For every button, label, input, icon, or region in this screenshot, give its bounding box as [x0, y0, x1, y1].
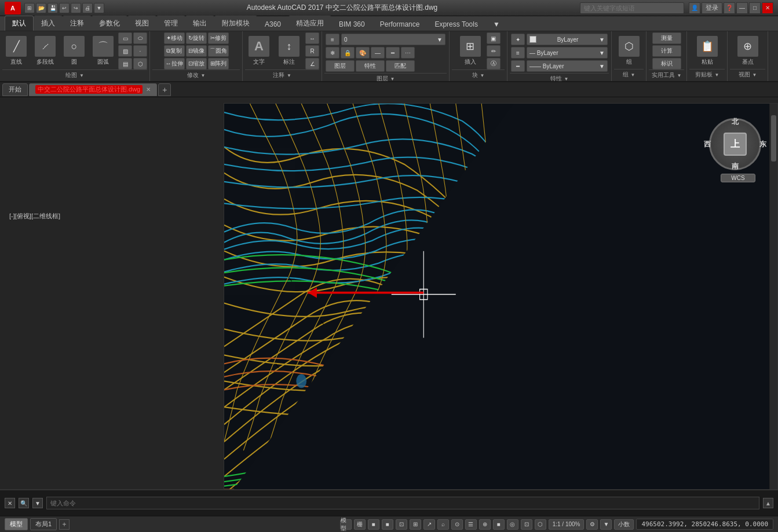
tab-addons[interactable]: 附加模块 — [214, 16, 257, 31]
btn-dimension[interactable]: ↕ 标注 — [275, 34, 303, 68]
btn-block-attdef[interactable]: Ⓐ — [487, 58, 501, 69]
btn-layer-freeze[interactable]: ❄ — [326, 47, 339, 58]
btn-block-edit[interactable]: ✏ — [487, 45, 501, 57]
tab-add-btn[interactable]: + — [158, 83, 171, 96]
btn-gradient[interactable]: ▤ — [118, 58, 132, 69]
btn-mirror[interactable]: ⊟镜像 — [186, 45, 207, 57]
btn-scale[interactable]: ⊡缩放 — [186, 58, 207, 69]
btn-prop-list[interactable]: ≡ — [511, 47, 525, 58]
status-polar-icon[interactable]: ⊡ — [396, 519, 407, 530]
group-group-label[interactable]: 组▼ — [614, 69, 644, 80]
login-btn[interactable]: 登录 — [702, 2, 722, 14]
command-input[interactable] — [46, 497, 759, 509]
group-clipboard-label[interactable]: 剪贴板▼ — [689, 69, 725, 80]
tab-default[interactable]: 默认 — [5, 16, 34, 31]
btn-trim[interactable]: ✂修剪 — [208, 32, 229, 44]
btn-point[interactable]: · — [133, 45, 147, 57]
group-utilities-label[interactable]: 实用工具▼ — [649, 69, 684, 80]
quick-access-save[interactable]: 💾 — [48, 3, 58, 13]
user-icon[interactable]: 👤 — [689, 2, 700, 14]
group-block-label[interactable]: 块▼ — [452, 69, 505, 80]
tab-express[interactable]: Express Tools — [427, 17, 485, 31]
tab-featured[interactable]: 精选应用 — [288, 16, 331, 31]
status-model-icon[interactable]: 模型 — [340, 519, 352, 530]
prop-linetype-dropdown[interactable]: — ByLayer▼ — [527, 47, 608, 58]
quick-access-undo[interactable]: ↩ — [59, 3, 70, 13]
btn-layer-lineweight[interactable]: ━ — [386, 47, 400, 58]
btn-id[interactable]: 标识 — [652, 58, 681, 69]
group-draw-label[interactable]: 绘图▼ — [2, 69, 147, 80]
btn-ellipse[interactable]: ⬭ — [133, 32, 147, 44]
quick-access-more[interactable]: ▼ — [94, 3, 104, 13]
cmd-search-btn[interactable]: 🔍 — [19, 498, 29, 508]
btn-stretch[interactable]: ↔拉伸 — [164, 58, 185, 69]
status-ws-icon[interactable]: ⊡ — [521, 519, 532, 530]
btn-rotate[interactable]: ↻旋转 — [186, 32, 207, 44]
btn-copy[interactable]: ⧉复制 — [164, 45, 185, 57]
group-modify-label[interactable]: 修改▼ — [152, 69, 240, 80]
btn-dim-radius[interactable]: R — [305, 45, 319, 57]
btn-paste[interactable]: 📋 粘贴 — [693, 34, 721, 68]
btn-quickcalc[interactable]: 计算 — [652, 45, 681, 57]
status-ortho-icon[interactable]: ■ — [382, 519, 393, 530]
btn-match-prop[interactable]: 图层 — [326, 60, 355, 72]
btn-block-create[interactable]: ▣ — [487, 32, 501, 44]
btn-group[interactable]: ⬡ 组 — [615, 34, 643, 68]
status-settings-icon[interactable]: ⚙ — [586, 519, 598, 530]
cmd-close-btn[interactable]: ✕ — [5, 498, 15, 508]
quick-access-redo[interactable]: ↪ — [71, 3, 81, 13]
tab-a360[interactable]: A360 — [257, 17, 288, 31]
cmd-expand-btn[interactable]: ▲ — [763, 498, 773, 508]
btn-layer-lock[interactable]: 🔒 — [341, 47, 355, 58]
btn-hatch[interactable]: ▨ — [118, 45, 132, 57]
status-scale-display[interactable]: 1:1 / 100% — [549, 519, 585, 530]
tab-manage[interactable]: 管理 — [156, 16, 185, 31]
quick-access-print[interactable]: 🖨 — [82, 3, 93, 13]
btn-array[interactable]: ⊞阵列 — [208, 58, 229, 69]
group-annotate-label[interactable]: 注释▼ — [245, 69, 319, 80]
group-properties-label[interactable]: 特性▼ — [510, 73, 609, 82]
tab-output[interactable]: 输出 — [185, 16, 214, 31]
btn-line[interactable]: ╱ 直线 — [2, 34, 30, 68]
status-sel-icon[interactable]: ■ — [493, 519, 505, 530]
tab-annotate[interactable]: 注释 — [63, 16, 92, 31]
btn-arc[interactable]: ⌒ 圆弧 — [89, 34, 117, 68]
btn-move[interactable]: ✦移动 — [164, 32, 185, 44]
help-btn[interactable]: ❓ — [724, 2, 735, 14]
search-input[interactable] — [580, 2, 684, 14]
btn-layer-isolate[interactable]: 特性 — [356, 60, 385, 72]
group-viewtools-label[interactable]: 视图▼ — [730, 69, 765, 80]
tab-performance[interactable]: Performance — [372, 17, 428, 31]
btn-insert[interactable]: ⊞ 插入 — [456, 34, 484, 68]
btn-prop-match[interactable]: ✦ — [511, 34, 525, 45]
btn-layer-more[interactable]: ⋯ — [401, 47, 415, 58]
tab-view[interactable]: 视图 — [127, 16, 156, 31]
scrollbar-v[interactable] — [769, 104, 777, 502]
quick-access-new[interactable]: ⊞ — [24, 3, 35, 13]
prop-lineweight-dropdown[interactable]: —— ByLayer▼ — [527, 60, 608, 72]
close-btn[interactable]: ✕ — [762, 2, 773, 14]
tab-insert[interactable]: 插入 — [34, 16, 63, 31]
btn-layer-color[interactable]: 🎨 — [356, 47, 370, 58]
layer-dropdown[interactable]: 0▼ — [341, 34, 445, 45]
status-lw-icon[interactable]: ☰ — [465, 519, 477, 530]
btn-dim-angle[interactable]: ∠ — [305, 58, 319, 69]
scroll-thumb-v[interactable] — [771, 115, 776, 162]
btn-dim-linear[interactable]: ↔ — [305, 32, 319, 44]
status-decimal-display[interactable]: 小数 — [614, 519, 634, 530]
tab-bim360[interactable]: BIM 360 — [331, 17, 372, 31]
prop-color-dropdown[interactable]: ByLayer▼ — [527, 34, 608, 45]
btn-rectangle[interactable]: ▭ — [118, 32, 132, 44]
drawing-tab-start[interactable]: 开始 — [2, 83, 28, 96]
btn-layer-linetype[interactable]: ― — [371, 47, 385, 58]
group-layer-label[interactable]: 图层▼ — [324, 73, 447, 82]
minimize-btn[interactable]: — — [736, 2, 748, 14]
quick-access-open[interactable]: 📂 — [36, 3, 46, 13]
status-snap-icon[interactable]: ■ — [368, 519, 379, 530]
status-dropdown-icon[interactable]: ▼ — [600, 519, 612, 530]
status-grid-icon[interactable]: 栅 — [354, 519, 366, 530]
btn-text[interactable]: A 文字 — [245, 34, 273, 68]
model-tab[interactable]: 模型 — [5, 518, 28, 530]
status-osnap-icon[interactable]: ⊞ — [410, 519, 421, 530]
close-tab-icon[interactable]: ✕ — [146, 86, 151, 93]
